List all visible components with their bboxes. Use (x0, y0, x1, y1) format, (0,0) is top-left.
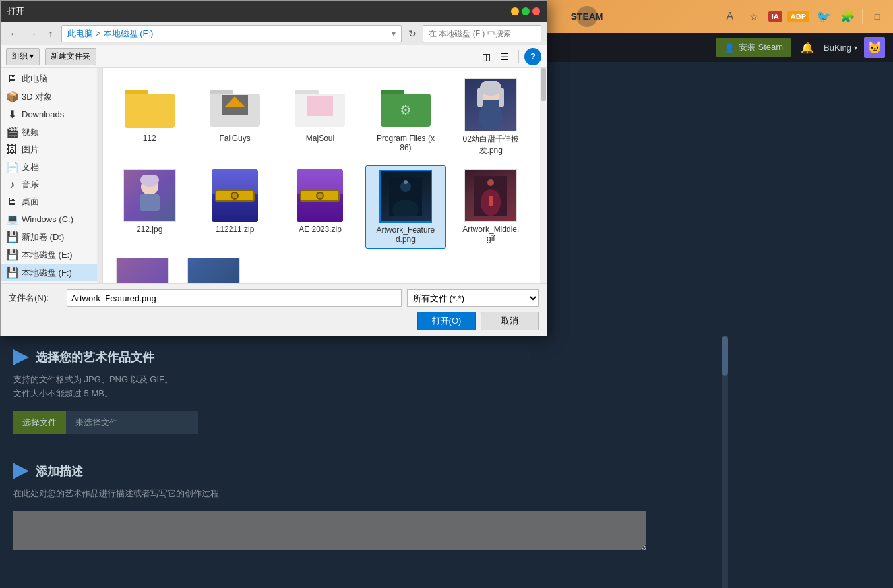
forward-button[interactable]: → (24, 26, 40, 42)
file-item-extra2[interactable] (181, 254, 247, 283)
windowsc-icon: 💻 (6, 213, 18, 225)
sidebar-item-label: 图片 (22, 144, 39, 156)
svg-text:STEAM: STEAM (571, 11, 603, 22)
window-icon[interactable]: □ (868, 7, 886, 26)
file-name-ae2023zip: AE 2023.zip (299, 225, 342, 234)
breadcrumb-localdisk[interactable]: 本地磁盘 (F:) (104, 28, 154, 40)
new-folder-button[interactable]: 新建文件夹 (45, 48, 96, 65)
filename-input[interactable] (67, 289, 402, 307)
up-button[interactable]: ↑ (43, 26, 59, 42)
sidebar-item-label: 新加卷 (D:) (22, 231, 64, 243)
dropdown-arrow-icon[interactable]: ▾ (392, 29, 396, 38)
filetype-select[interactable]: 所有文件 (*.*) (407, 289, 539, 307)
sidebar-item-documents[interactable]: 📄 文档 (1, 158, 102, 176)
sidebar-item-label: 本地磁盘 (E:) (22, 249, 73, 261)
grid-view-button[interactable]: ◫ (477, 48, 495, 65)
dialog-footer: 文件名(N): 所有文件 (*.*) 打开(O) 取消 (1, 283, 547, 336)
view-buttons: ◫ ☰ (477, 48, 513, 65)
open-button[interactable]: 打开(O) (417, 312, 476, 330)
sidebar-item-videos[interactable]: 🎬 视频 (1, 123, 102, 141)
img-artwork-featured-thumb (379, 170, 432, 223)
file-item-majsoul[interactable]: MajSoul (280, 74, 360, 160)
section-desc-line2: 文件大小不能超过 5 MB。 (13, 387, 715, 401)
file-chosen-display: 未选择文件 (66, 411, 198, 434)
file-item-112[interactable]: 112 (109, 74, 189, 160)
file-item-212[interactable]: 212.jpg (109, 165, 189, 249)
sidebar-item-label: 3D 对象 (22, 91, 52, 103)
file-item-112211zip[interactable]: 112211.zip (195, 165, 274, 249)
sidebar-item-desktop[interactable]: 🖥 桌面 (1, 193, 102, 210)
steam-avatar[interactable]: 🐱 (864, 37, 885, 58)
sidebar-item-thispc[interactable]: 🖥 此电脑 (1, 71, 102, 88)
computer-icon: 🖥 (6, 73, 18, 85)
svg-point-28 (487, 179, 494, 186)
file-scrollbar[interactable] (540, 68, 547, 283)
extension-icon[interactable]: 🧩 (838, 7, 857, 26)
titlebar-controls (511, 7, 540, 15)
img-artwork-middle-thumb (464, 169, 517, 222)
sidebar-item-downloads[interactable]: ⬇ Downloads (1, 105, 102, 123)
choose-file-button[interactable]: 选择文件 (13, 411, 66, 434)
install-steam-button[interactable]: 👤 安装 Steam (716, 38, 791, 57)
svg-rect-29 (489, 196, 493, 206)
minimize-button[interactable] (511, 7, 519, 15)
font-size-icon[interactable]: A (721, 7, 739, 26)
organize-button[interactable]: 组织 ▾ (6, 48, 40, 65)
sidebar-item-pictures[interactable]: 🖼 图片 (1, 141, 102, 158)
filename-row: 文件名(N): 所有文件 (*.*) (9, 289, 539, 307)
file-item-artwork-featured[interactable]: Artwork_Featured.png (365, 165, 445, 249)
file-name-fallguys: FallGuys (219, 134, 250, 143)
file-name-212: 212.jpg (137, 225, 162, 234)
filename-label: 文件名(N): (9, 292, 61, 304)
file-item-02[interactable]: 02幼白甜千佳披发.png (451, 74, 531, 160)
sidebar-item-windowsc[interactable]: 💻 Windows (C:) (1, 210, 102, 228)
maximize-button[interactable] (522, 7, 530, 15)
sidebar-item-diskf[interactable]: 💾 本地磁盘 (F:) (1, 264, 102, 281)
search-input[interactable] (423, 25, 541, 42)
section-arrow-icon (13, 349, 29, 365)
file-grid: 112 FallGuys (109, 74, 540, 249)
file-item-artwork-middle[interactable]: Artwork_Middle.gif (451, 165, 531, 249)
close-button[interactable] (532, 7, 540, 15)
sidebar-item-music[interactable]: ♪ 音乐 (1, 176, 102, 193)
diske-icon: 💾 (6, 249, 18, 261)
svg-rect-9 (307, 96, 333, 116)
svg-rect-18 (499, 88, 504, 107)
sidebar-item-label: 此电脑 (22, 73, 47, 85)
sidebar-item-volumed[interactable]: 💾 新加卷 (D:) (1, 228, 102, 246)
help-button[interactable]: ? (524, 48, 541, 65)
folder-program-icon: ⚙ (379, 78, 432, 131)
steam-logo-area: STEAM (547, 0, 627, 33)
file-item-ae2023zip[interactable]: AE 2023.zip (280, 165, 360, 249)
file-item-extra1[interactable] (109, 254, 175, 283)
section-desc-desc: 在此处对您的艺术作品进行描述或者写写它的创作过程 (13, 487, 715, 501)
list-view-button[interactable]: ☰ (496, 48, 513, 65)
notification-button[interactable]: 🔔 (797, 38, 817, 57)
documents-icon: 📄 (6, 161, 18, 173)
sidebar-scrollbar[interactable] (97, 68, 102, 283)
file-name-artwork-featured: Artwork_Featured.png (376, 225, 435, 244)
file-item-programfiles[interactable]: ⚙ Program Files (x86) (365, 74, 445, 160)
file-name-artwork-middle: Artwork_Middle.gif (461, 225, 520, 243)
breadcrumb[interactable]: 此电脑 > 本地磁盘 (F:) ▾ (61, 25, 402, 42)
file-dialog[interactable]: 打开 ← → ↑ 此电脑 > 本地磁盘 (F:) ▾ ↻ 组织 ▾ 新建文件夹 (0, 0, 547, 336)
twitter-icon[interactable]: 🐦 (815, 7, 833, 26)
cancel-button[interactable]: 取消 (481, 312, 539, 330)
sidebar-item-3dobjects[interactable]: 📦 3D 对象 (1, 88, 102, 105)
main-scrollbar-thumb (722, 336, 728, 376)
main-scrollbar[interactable] (722, 336, 728, 588)
folder-112-icon (123, 78, 176, 131)
refresh-button[interactable]: ↻ (404, 26, 420, 42)
section-arrow-desc-icon (13, 463, 29, 479)
bookmark-icon[interactable]: ☆ (745, 7, 763, 26)
sidebar-item-diske[interactable]: 💾 本地磁盘 (E:) (1, 246, 102, 264)
back-button[interactable]: ← (6, 26, 22, 42)
zip-ae2023-thumb (293, 169, 346, 222)
toolbar-separator (518, 50, 519, 63)
header-icons: A ☆ IA ABP 🐦 🧩 □ (721, 7, 886, 26)
folder-fallguys-icon (208, 78, 261, 131)
file-item-fallguys[interactable]: FallGuys (195, 74, 274, 160)
breadcrumb-thispc[interactable]: 此电脑 (67, 28, 93, 40)
steam-user[interactable]: BuKing ▾ (824, 43, 857, 53)
description-textarea[interactable] (13, 511, 646, 550)
